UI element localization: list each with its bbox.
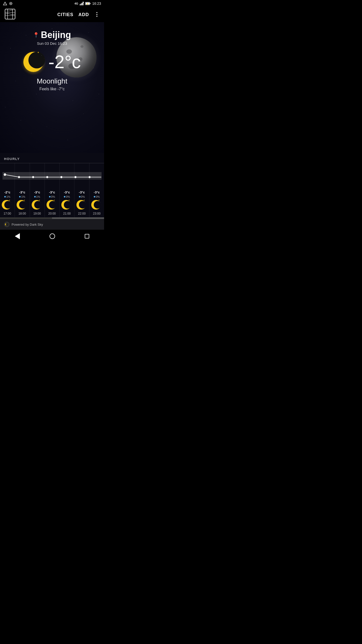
hourly-col-1: -3°c 1% ✦ · · 18:00 xyxy=(15,188,30,217)
precip-dot-0 xyxy=(4,196,6,197)
hourly-icon-1: ✦ · · xyxy=(17,199,28,210)
hourly-icon-3: ✦ · · xyxy=(47,199,58,210)
feels-like: Feels like -7°c xyxy=(39,87,65,91)
precip-dot-2 xyxy=(34,196,36,197)
scroll-thumb xyxy=(52,217,104,219)
chart-point-6 xyxy=(89,176,91,178)
hourly-temp-6: -3°c xyxy=(94,190,100,194)
hourly-temp-3: -3°c xyxy=(49,190,55,194)
hourly-precip-5: 0% xyxy=(79,195,85,198)
crescent-moon-icon: ✦ · · xyxy=(23,51,46,73)
hourly-col-5: -3°c 0% ✦ · · 22:00 xyxy=(74,188,89,217)
precip-dot-1 xyxy=(19,196,21,197)
hourly-icon-0: ✦ · · xyxy=(2,199,13,210)
hourly-temp-1: -3°c xyxy=(19,190,25,194)
weather-description: Moonlight xyxy=(37,77,67,85)
hourly-time-5: 22:00 xyxy=(78,212,86,215)
hourly-temp-0: -2°c xyxy=(4,190,10,194)
svg-rect-4 xyxy=(80,4,80,5)
city-name-row: 📍 Beijing xyxy=(33,30,71,40)
weather-main: 📍 Beijing Sun 03 Dec 16:23 ✦ · · -2°c Mo… xyxy=(0,22,104,153)
precip-dot-4 xyxy=(64,196,65,197)
precip-dot-5 xyxy=(79,196,80,197)
moon-crater-4 xyxy=(80,45,83,48)
hourly-col-3: -3°c 0% ✦ · · 20:00 xyxy=(45,188,60,217)
system-nav-bar xyxy=(0,230,104,243)
hourly-icon-2: ✦ · · xyxy=(32,199,43,210)
chart-container xyxy=(0,163,104,188)
nav-actions: CITIES ADD ⋮ xyxy=(57,11,100,18)
hourly-temp-4: -3°c xyxy=(64,190,70,194)
hourly-label: HOURLY xyxy=(4,157,20,161)
hourly-section: HOURLY -2° xyxy=(0,153,104,219)
recent-apps-button[interactable] xyxy=(85,234,89,238)
precip-dot-6 xyxy=(94,196,95,197)
svg-text:⚡: ⚡ xyxy=(86,3,89,5)
svg-text:!: ! xyxy=(5,3,5,5)
scroll-indicator xyxy=(0,217,104,219)
chart-point-2 xyxy=(32,176,34,178)
temperature-chart xyxy=(3,163,102,188)
chart-point-5 xyxy=(74,176,76,178)
cities-button[interactable]: CITIES xyxy=(57,12,73,17)
precip-dot-3 xyxy=(49,196,51,197)
hourly-temp-5: -3°c xyxy=(79,190,85,194)
hourly-col-4: -3°c 0% ✦ · · 21:00 xyxy=(60,188,74,217)
dark-sky-footer: Powered by Dark Sky xyxy=(0,219,104,230)
status-bar: ! 4G ⚡ 16:23 xyxy=(0,0,104,7)
hourly-icon-6: ✦ · · xyxy=(91,199,102,210)
date-time: Sun 03 Dec 16:23 xyxy=(37,41,67,46)
star-icon-3: · xyxy=(44,58,44,59)
network-label: 4G xyxy=(74,2,78,5)
hourly-time-0: 17:00 xyxy=(4,212,11,215)
status-time: 16:23 xyxy=(92,2,101,6)
hourly-time-3: 20:00 xyxy=(48,212,56,215)
hourly-col-2: -3°c 1% ✦ · · 19:00 xyxy=(30,188,45,217)
battery-icon: ⚡ xyxy=(85,2,91,5)
hourly-time-2: 19:00 xyxy=(33,212,41,215)
home-button[interactable] xyxy=(50,233,55,239)
svg-point-21 xyxy=(6,223,8,225)
hourly-time-6: 23:00 xyxy=(93,212,101,215)
hourly-header: HOURLY xyxy=(0,153,104,163)
hourly-columns: -2°c 1% ✦ · · 17:00 -3°c 1% xyxy=(0,188,104,217)
temperature-display: -2°c xyxy=(49,53,81,71)
hourly-precip-2: 1% xyxy=(34,195,40,198)
svg-rect-10 xyxy=(90,3,90,4)
chart-point-4 xyxy=(60,176,62,178)
hourly-col-6: -3°c 0% ✦ · · 23:00 xyxy=(89,188,104,217)
city-name: Beijing xyxy=(41,30,71,40)
back-button[interactable] xyxy=(15,233,20,239)
chart-point-3 xyxy=(46,176,48,178)
scroll-track xyxy=(0,217,52,219)
signal-icon xyxy=(80,2,84,5)
powered-by-text: Powered by Dark Sky xyxy=(12,223,43,226)
dark-sky-logo-icon xyxy=(4,222,10,227)
top-nav: CITIES ADD ⋮ xyxy=(0,7,104,22)
chart-point-0 xyxy=(4,173,6,176)
hourly-precip-0: 1% xyxy=(4,195,10,198)
hourly-time-4: 21:00 xyxy=(63,212,71,215)
hourly-icon-5: ✦ · · xyxy=(76,199,87,210)
hourly-time-1: 18:00 xyxy=(18,212,26,215)
hourly-col-0: -2°c 1% ✦ · · 17:00 xyxy=(0,188,15,217)
chart-point-1 xyxy=(18,176,20,178)
add-button[interactable]: ADD xyxy=(78,12,89,17)
hourly-icon-4: ✦ · · xyxy=(61,199,72,210)
location-pin-icon: 📍 xyxy=(33,32,39,38)
more-options-button[interactable]: ⋮ xyxy=(94,11,100,18)
star-icon-1: ✦ xyxy=(37,51,39,54)
hourly-precip-3: 0% xyxy=(49,195,55,198)
status-left-icons: ! xyxy=(3,2,13,5)
svg-point-3 xyxy=(10,3,11,4)
svg-rect-5 xyxy=(81,4,81,5)
hourly-precip-6: 0% xyxy=(94,195,100,198)
svg-rect-6 xyxy=(82,3,82,5)
hourly-precip-1: 1% xyxy=(19,195,25,198)
app-logo[interactable] xyxy=(4,8,16,21)
hourly-precip-4: 0% xyxy=(64,195,70,198)
star-icon-2: · xyxy=(41,54,42,57)
warning-icon: ! xyxy=(3,2,7,5)
svg-rect-18 xyxy=(3,172,102,180)
map-logo-icon xyxy=(4,8,16,20)
